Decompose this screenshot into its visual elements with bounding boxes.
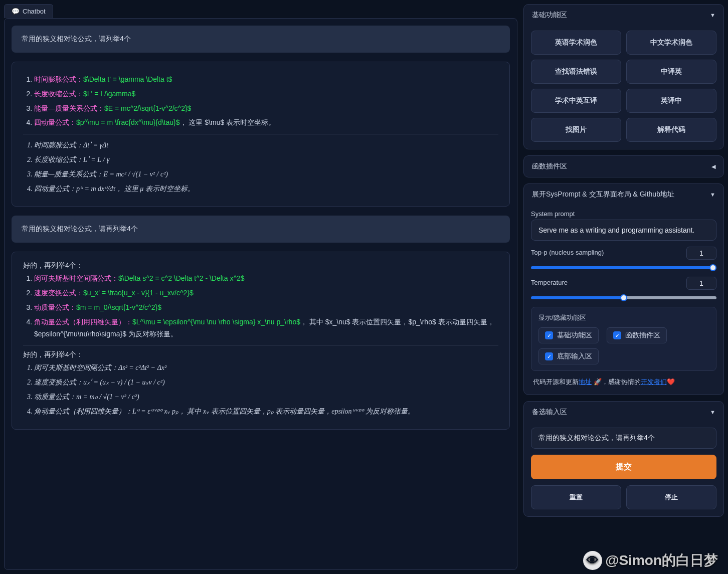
panel-alt-input: 备选输入区 ▼ 提交 重置 停止 (523, 401, 724, 517)
user-message: 常用的狭义相对论公式，请再列举4个 (12, 216, 510, 243)
panel-expand: 展开SysPrompt & 交互界面布局 & Github地址 ▼ System… (523, 183, 724, 395)
panel-plugins: 函数插件区 ◀ (523, 155, 724, 177)
panel-basic-header[interactable]: 基础功能区 ▼ (524, 5, 723, 26)
user-message: 常用的狭义相对论公式，请列举4个 (12, 26, 510, 53)
chk-basic[interactable]: ✓基础功能区 (538, 327, 599, 343)
temp-slider[interactable] (531, 296, 716, 299)
link-repo[interactable]: 地址 (579, 378, 592, 386)
visibility-group: 显示/隐藏功能区 ✓基础功能区 ✓函数插件区 ✓底部输入区 (531, 307, 716, 371)
chevron-left-icon: ◀ (711, 163, 715, 170)
sysprompt-label: System prompt (531, 210, 716, 218)
chk-plugin[interactable]: ✓函数插件区 (607, 327, 667, 343)
topp-slider[interactable] (531, 266, 716, 269)
fn-btn-3[interactable]: 中译英 (626, 60, 716, 84)
chevron-down-icon: ▼ (710, 192, 715, 198)
topp-label: Top-p (nucleus sampling) (531, 249, 604, 256)
panel-basic: 基础功能区 ▼ 英语学术润色 中文学术润色 查找语法错误 中译英 学术中英互译 … (523, 4, 724, 149)
alt-input[interactable] (531, 428, 716, 449)
panel-plugins-header[interactable]: 函数插件区 ◀ (524, 156, 723, 177)
chat-icon: 💬 (12, 8, 20, 15)
assistant-message: 好的，再列举4个： 闵可夫斯基时空间隔公式：$\Delta s^2 = c^2 … (12, 252, 510, 429)
assistant-message: 时间膨胀公式：$\Delta t' = \gamma \Delta t$ 长度收… (12, 62, 510, 207)
chat-transcript: 常用的狭义相对论公式，请列举4个 时间膨胀公式：$\Delta t' = \ga… (4, 18, 517, 570)
chk-bottom[interactable]: ✓底部输入区 (538, 348, 599, 364)
temp-value[interactable]: 1 (686, 277, 716, 290)
reset-button[interactable]: 重置 (531, 485, 621, 509)
topp-value[interactable]: 1 (686, 247, 716, 260)
fn-btn-1[interactable]: 中文学术润色 (626, 31, 716, 55)
tab-chatbot[interactable]: 💬 Chatbot (4, 4, 53, 18)
temp-label: Temperature (531, 279, 568, 286)
stop-button[interactable]: 停止 (626, 485, 716, 509)
fn-btn-5[interactable]: 英译中 (626, 89, 716, 113)
panel-expand-header[interactable]: 展开SysPrompt & 交互界面布局 & Github地址 ▼ (524, 184, 723, 205)
chevron-down-icon: ▼ (710, 12, 715, 18)
fn-btn-6[interactable]: 找图片 (531, 118, 621, 142)
submit-button[interactable]: 提交 (531, 455, 716, 479)
fn-btn-0[interactable]: 英语学术润色 (531, 31, 621, 55)
chevron-down-icon: ▼ (710, 409, 715, 415)
link-devs[interactable]: 开发者们 (641, 378, 667, 386)
panel-alt-header[interactable]: 备选输入区 ▼ (524, 402, 723, 423)
fn-btn-4[interactable]: 学术中英互译 (531, 89, 621, 113)
sysprompt-input[interactable] (531, 220, 716, 241)
credit-line: 代码开源和更新地址 🚀，感谢热情的开发者们❤️ (531, 377, 716, 388)
fn-btn-2[interactable]: 查找语法错误 (531, 60, 621, 84)
fn-btn-7[interactable]: 解释代码 (626, 118, 716, 142)
tab-label: Chatbot (23, 8, 46, 15)
